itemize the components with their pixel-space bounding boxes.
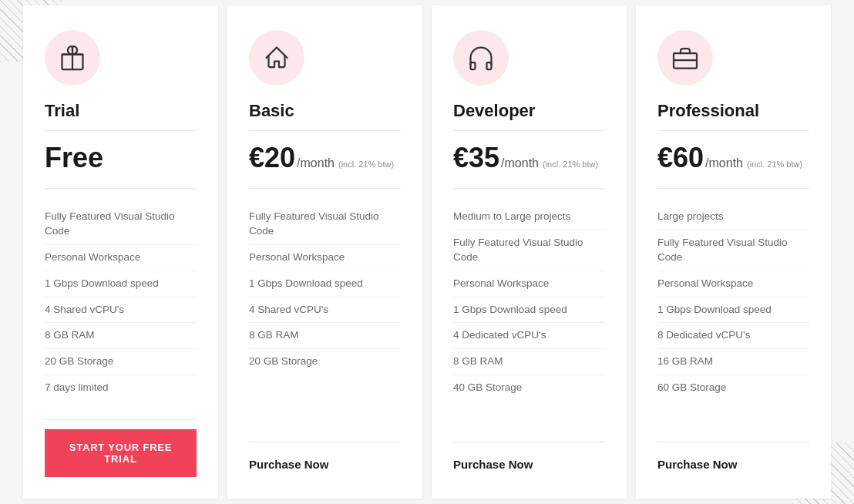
card-footer: Purchase Now [657,442,809,477]
purchase-button[interactable]: Purchase Now [453,452,533,477]
plan-name: Professional [657,101,809,131]
features-list: Fully Featured Visual Studio CodePersona… [45,204,197,401]
feature-item: 8 GB RAM [45,323,197,349]
feature-item: 60 GB Storage [657,375,809,401]
plan-name: Basic [249,101,401,131]
pricing-card-developer: Developer€35/month(incl. 21% btw)Medium … [432,5,627,499]
card-footer: START YOUR FREE TRIAL [45,419,197,477]
feature-item: Personal Workspace [453,271,605,297]
feature-item: 8 Dedicated vCPU's [657,323,809,349]
feature-item: Personal Workspace [657,271,809,297]
feature-item: 16 GB RAM [657,349,809,375]
plan-price: Free [45,142,197,189]
price-per: /month [501,156,539,170]
feature-item: 1 Gbps Download speed [249,271,401,297]
pricing-card-trial: TrialFreeFully Featured Visual Studio Co… [23,5,218,499]
features-list: Fully Featured Visual Studio CodePersona… [249,204,401,423]
feature-item: Fully Featured Visual Studio Code [657,230,809,271]
start-trial-button[interactable]: START YOUR FREE TRIAL [45,429,197,477]
pricing-card-basic: Basic€20/month(incl. 21% btw)Fully Featu… [227,5,422,499]
price-amount: €60 [657,142,704,174]
price-amount: €35 [453,142,499,174]
feature-item: 4 Shared vCPU's [45,297,197,324]
plan-price: €60/month(incl. 21% btw) [657,142,809,189]
feature-item: Personal Workspace [249,245,401,271]
plan-price: €35/month(incl. 21% btw) [453,142,605,189]
plan-name: Trial [45,101,197,131]
price-note: (incl. 21% btw) [747,160,802,169]
pricing-card-professional: Professional€60/month(incl. 21% btw)Larg… [636,5,831,499]
svg-rect-1 [471,62,476,69]
feature-item: 1 Gbps Download speed [657,297,809,324]
price-amount: €20 [249,142,295,174]
feature-item: 1 Gbps Download speed [453,297,605,324]
feature-item: 8 GB RAM [249,323,401,349]
briefcase-icon [657,30,713,86]
price-per: /month [297,156,335,170]
svg-rect-2 [487,62,492,69]
purchase-button[interactable]: Purchase Now [249,452,328,477]
feature-item: Large projects [657,204,809,230]
feature-item: 1 Gbps Download speed [45,271,197,297]
feature-item: 20 GB Storage [249,349,401,375]
card-footer: Purchase Now [249,442,401,477]
gift-icon [45,30,100,86]
feature-item: 40 GB Storage [453,375,605,401]
plan-name: Developer [453,101,605,131]
feature-item: Medium to Large projects [453,204,605,230]
feature-item: 8 GB RAM [453,349,605,375]
card-footer: Purchase Now [453,442,605,477]
features-list: Medium to Large projectsFully Featured V… [453,204,605,423]
plan-price: €20/month(incl. 21% btw) [249,142,401,189]
feature-item: 4 Dedicated vCPU's [453,323,605,349]
feature-item: Fully Featured Visual Studio Code [249,204,401,245]
price-note: (incl. 21% btw) [543,160,598,169]
feature-item: Personal Workspace [45,245,197,271]
feature-item: 20 GB Storage [45,349,197,375]
features-list: Large projectsFully Featured Visual Stud… [657,204,809,423]
price-free: Free [45,142,103,174]
purchase-button[interactable]: Purchase Now [657,452,737,477]
feature-item: 4 Shared vCPU's [249,297,401,324]
headphones-icon [453,30,509,86]
home-icon [249,30,304,86]
feature-item: Fully Featured Visual Studio Code [45,204,197,245]
feature-item: Fully Featured Visual Studio Code [453,230,605,271]
feature-item: 7 days limited [45,375,197,401]
pricing-container: TrialFreeFully Featured Visual Studio Co… [18,5,836,499]
price-note: (incl. 21% btw) [338,160,394,169]
price-per: /month [705,156,743,170]
